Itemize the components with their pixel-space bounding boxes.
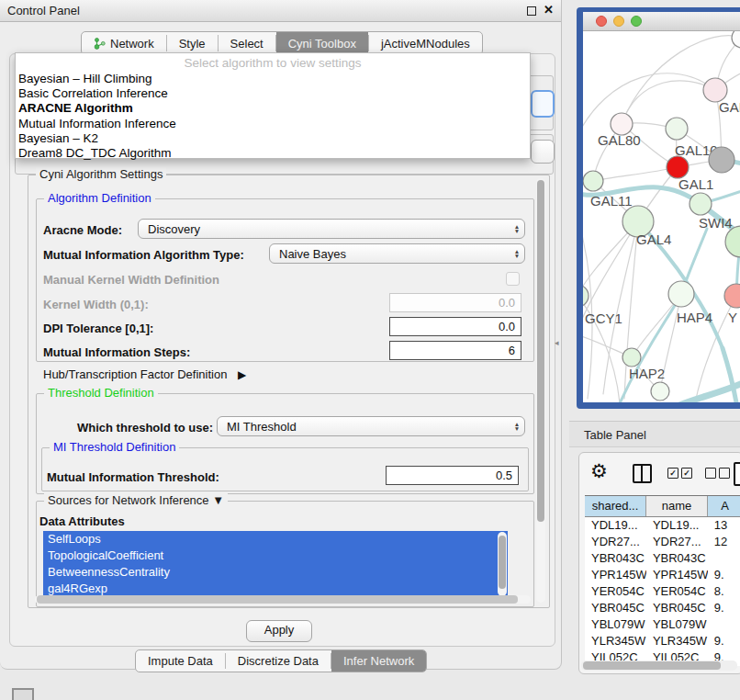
network-node[interactable] (725, 226, 740, 257)
float-window-icon[interactable] (527, 6, 536, 16)
settings-horizontal-scrollbar[interactable] (35, 595, 531, 604)
minimized-panel-icon[interactable] (12, 688, 34, 700)
close-icon[interactable]: ✕ (544, 3, 554, 17)
dropdown-item[interactable]: Basic Correlation Inference (16, 86, 530, 101)
chevron-down-icon[interactable]: ▼ (212, 493, 224, 507)
network-node-gal11[interactable] (583, 171, 603, 191)
node-label: HAP2 (629, 366, 665, 381)
table-cell: YBL079W (646, 616, 708, 633)
scrollbar-thumb[interactable] (37, 595, 518, 604)
mi-steps-field[interactable]: 6 (389, 341, 521, 360)
deselect-all-icon[interactable] (719, 468, 730, 479)
attribute-list-item[interactable]: TopologicalCoefficient (43, 548, 508, 564)
dropdown-item-list: Bayesian – Hill ClimbingBasic Correlatio… (16, 72, 530, 161)
tab-impute-data[interactable]: Impute Data (136, 650, 225, 672)
settings-vertical-scrollbar[interactable] (536, 178, 545, 603)
network-edge (723, 348, 737, 402)
table-horizontal-scrollbar[interactable] (581, 660, 737, 671)
table-row[interactable]: YBL079WYBL079W (585, 616, 740, 633)
mi-algorithm-type-combobox[interactable]: Naive Bayes ▲▼ (269, 243, 525, 264)
table-row[interactable]: YER054CYER054C8. (585, 583, 740, 600)
table-row[interactable]: YLR345WYLR345W9. (585, 633, 740, 649)
dropdown-item[interactable]: ARACNE Algorithm (16, 101, 530, 116)
mi-threshold-field[interactable]: 0.5 (386, 466, 519, 485)
table-cell: YER054C (585, 583, 646, 600)
node-label: GAL80 (598, 132, 641, 148)
scrollbar-thumb[interactable] (583, 661, 721, 670)
network-node-gal1[interactable] (667, 156, 689, 178)
table-cell: YBL079W (585, 616, 646, 633)
table-row[interactable]: YBR043CYBR043C (585, 550, 740, 567)
scrollbar-thumb[interactable] (499, 536, 506, 589)
table-row[interactable]: YPR145WYPR145W9. (585, 567, 740, 583)
attribute-list-scrollbar[interactable] (498, 532, 507, 596)
node-label: Y (728, 310, 737, 325)
scrollbar-thumb[interactable] (537, 180, 544, 522)
application-window: Control Panel ✕ NetworkStyleSelectCyni T… (0, 0, 740, 700)
select-all-icon[interactable]: ✓ (667, 468, 678, 479)
network-node-hap4[interactable] (668, 281, 694, 307)
cyni-bottom-tabbar: Impute DataDiscretize DataInfer Network (135, 649, 427, 672)
table-cell: YBR045C (646, 600, 708, 616)
network-node[interactable] (709, 147, 734, 173)
dropdown-item[interactable]: Mutual Information Inference (16, 117, 530, 131)
dropdown-item[interactable]: Bayesian – K2 (16, 131, 530, 146)
hub-transcription-factor-expander[interactable]: Hub/Transcription Factor Definition ▶ (43, 367, 246, 381)
column-header[interactable]: shared... (585, 496, 646, 516)
dropdown-item[interactable]: Bayesian – Hill Climbing (16, 72, 530, 86)
kernel-width-field: 0.0 (389, 293, 521, 312)
manual-kernel-width-checkbox[interactable] (506, 272, 520, 286)
network-node[interactable] (732, 31, 740, 48)
sources-title-text: Sources for Network Inference (48, 493, 209, 507)
attribute-list-item[interactable]: SelfLoops (43, 531, 508, 548)
minimize-traffic-light-icon[interactable] (613, 16, 624, 27)
dpi-tolerance-field[interactable]: 0.0 (389, 317, 521, 336)
table-cell: YBR045C (585, 600, 646, 616)
which-threshold-combobox[interactable]: MI Threshold ▲▼ (217, 416, 525, 436)
table-cell (708, 550, 740, 567)
network-canvas[interactable]: GALGAL80GAL10GAL1GAL11SWI4GAL4GCY1HAP4YH… (583, 31, 740, 402)
tab-discretize-data[interactable]: Discretize Data (226, 650, 331, 672)
network-node-swi4[interactable] (690, 193, 712, 215)
tab-style[interactable]: Style (167, 32, 218, 54)
column-header[interactable]: A (708, 496, 740, 516)
table-row[interactable]: YDL19...YDL19...13 (585, 517, 740, 534)
network-node[interactable] (651, 382, 669, 401)
tab-cyni-toolbox[interactable]: Cyni Toolbox (276, 32, 368, 54)
network-node-gcy1[interactable] (583, 285, 589, 307)
table-row[interactable]: YDR27...YDR27...12 (585, 534, 740, 550)
table-row[interactable]: YBR045CYBR045C9. (585, 600, 740, 616)
split-view-icon[interactable] (633, 464, 652, 483)
close-traffic-light-icon[interactable] (596, 16, 607, 27)
tab-label: Cyni Toolbox (288, 37, 356, 51)
new-column-icon[interactable] (734, 462, 740, 486)
apply-button[interactable]: Apply (246, 620, 312, 642)
select-all-icon[interactable]: ✓ (681, 468, 692, 479)
attribute-list-item[interactable]: BetweennessCentrality (43, 564, 508, 581)
table-toolbar: ⚙ ✓ ✓ (579, 453, 740, 495)
network-node-hap2[interactable] (622, 348, 641, 367)
node-label: GCY1 (585, 310, 622, 326)
deselect-all-icon[interactable] (705, 468, 716, 479)
hub-expander-label: Hub/Transcription Factor Definition (43, 367, 227, 381)
algorithm-combobox-fragment[interactable] (531, 90, 555, 118)
zoom-traffic-light-icon[interactable] (631, 16, 642, 27)
tab-select[interactable]: Select (219, 32, 275, 54)
table-cell: YPR145W (585, 567, 646, 583)
dropdown-item[interactable]: Dream8 DC_TDC Algorithm (16, 146, 530, 161)
tab-infer-network[interactable]: Infer Network (331, 650, 426, 672)
panel-divider-handle[interactable]: ◂ (555, 338, 559, 347)
network-node-gal10[interactable] (666, 118, 688, 140)
network-edge (583, 73, 715, 140)
settings-gear-icon[interactable]: ⚙ (590, 460, 608, 482)
tab-network[interactable]: Network (82, 32, 166, 54)
aracne-mode-combobox[interactable]: Discovery ▲▼ (138, 219, 525, 239)
table-cell: YLR345W (646, 633, 708, 649)
table-cell (708, 616, 740, 633)
chevron-right-icon: ▶ (238, 368, 246, 381)
control-panel-titlebar: Control Panel ✕ (0, 0, 561, 22)
tab-jactivemnodules[interactable]: jActiveMNodules (369, 32, 482, 54)
column-header[interactable]: name (646, 496, 708, 516)
network-combobox-fragment[interactable] (531, 140, 555, 164)
network-node-y[interactable] (724, 284, 740, 308)
